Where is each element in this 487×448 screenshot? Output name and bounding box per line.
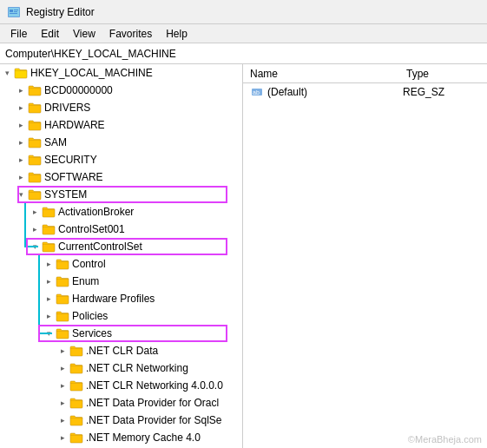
tree-item-netclrdata[interactable]: .NET CLR Data — [0, 342, 242, 359]
folder-icon — [28, 135, 42, 149]
tree-item-drivers[interactable]: DRIVERS — [0, 99, 242, 116]
tree-item-label: SAM — [44, 136, 67, 148]
tree-item-controlset001[interactable]: ControlSet001 — [0, 221, 242, 238]
expand-btn[interactable] — [14, 101, 28, 115]
tree-item-label: Enum — [72, 275, 99, 287]
registry-value-icon: ab — [250, 85, 264, 99]
folder-icon — [42, 222, 56, 236]
svg-text:ab: ab — [253, 89, 260, 96]
tree-item-label: HARDWARE — [44, 119, 105, 131]
expand-btn[interactable] — [14, 170, 28, 184]
folder-icon — [42, 240, 56, 254]
main-content: HKEY_LOCAL_MACHINE BCD00000000 DRIVERS H… — [0, 64, 487, 448]
expand-btn[interactable] — [56, 379, 69, 392]
expand-btn[interactable] — [56, 344, 69, 358]
tree-item-currentcontrolset[interactable]: CurrentControlSet — [0, 238, 242, 255]
expand-btn[interactable] — [56, 396, 69, 410]
tree-item-label: Control — [72, 258, 106, 270]
registry-row[interactable]: ab (Default) REG_SZ — [243, 83, 487, 101]
svg-rect-3 — [14, 10, 18, 10]
expand-btn[interactable] — [56, 413, 69, 427]
menu-item-edit[interactable]: Edit — [34, 26, 66, 42]
folder-icon — [42, 205, 56, 219]
folder-icon — [56, 274, 69, 288]
tree-item-label: .NET CLR Networking 4.0.0.0 — [86, 379, 223, 392]
folder-icon — [28, 118, 42, 132]
menu-item-favorites[interactable]: Favorites — [102, 26, 159, 42]
menu-item-file[interactable]: File — [3, 26, 34, 42]
tree-item-hardware[interactable]: HARDWARE — [0, 116, 242, 134]
expand-btn[interactable] — [0, 66, 14, 80]
tree-item-sam[interactable]: SAM — [0, 134, 242, 151]
folder-icon — [28, 101, 42, 115]
expand-btn[interactable] — [14, 135, 28, 149]
expand-btn[interactable] — [28, 240, 42, 254]
tree-item-activationbroker[interactable]: ActivationBroker — [0, 203, 242, 221]
expand-btn[interactable] — [42, 257, 56, 271]
svg-rect-5 — [10, 13, 17, 14]
window-title: Registry Editor — [26, 6, 95, 18]
svg-rect-4 — [14, 11, 17, 12]
expand-btn[interactable] — [28, 222, 42, 236]
expand-btn[interactable] — [56, 431, 69, 445]
menu-bar: FileEditViewFavoritesHelp — [0, 24, 487, 43]
folder-icon — [14, 66, 28, 80]
expand-btn[interactable] — [28, 205, 42, 219]
menu-item-help[interactable]: Help — [159, 26, 194, 42]
tree-item-netclrnetworking[interactable]: .NET CLR Networking — [0, 359, 242, 377]
tree-item-label: .NET CLR Networking — [86, 362, 188, 374]
tree-item-hklm[interactable]: HKEY_LOCAL_MACHINE — [0, 64, 242, 82]
tree-item-label: ActivationBroker — [58, 206, 134, 218]
expand-btn[interactable] — [42, 309, 56, 323]
tree-item-system[interactable]: SYSTEM — [0, 186, 242, 203]
expand-btn[interactable] — [42, 326, 56, 340]
right-panel-header: Name Type — [243, 64, 487, 83]
folder-icon — [28, 83, 42, 97]
address-bar: Computer\HKEY_LOCAL_MACHINE — [0, 43, 487, 64]
tree-item-label: SECURITY — [44, 154, 97, 166]
expand-btn[interactable] — [14, 188, 28, 201]
tree-item-policies[interactable]: Policies — [0, 307, 242, 325]
folder-icon — [56, 326, 69, 340]
expand-btn[interactable] — [14, 83, 28, 97]
expand-btn[interactable] — [14, 153, 28, 167]
tree-item-label: .NET Memory Cache 4.0 — [86, 432, 201, 444]
expand-btn[interactable] — [42, 274, 56, 288]
tree-item-label: SYSTEM — [44, 188, 87, 201]
tree-item-label: SOFTWARE — [44, 171, 103, 183]
folder-icon — [69, 361, 83, 375]
tree-item-bcd[interactable]: BCD00000000 — [0, 82, 242, 99]
svg-rect-2 — [10, 10, 13, 12]
registry-name-cell: ab (Default) — [247, 85, 399, 99]
tree-item-security[interactable]: SECURITY — [0, 151, 242, 168]
tree-item-label: .NET Data Provider for SqlSe — [86, 414, 222, 426]
tree-item-label: CurrentControlSet — [58, 240, 142, 253]
tree-item-netclrnetworking4[interactable]: .NET CLR Networking 4.0.0.0 — [0, 377, 242, 394]
tree-item-netdatasqlse[interactable]: .NET Data Provider for SqlSe — [0, 412, 242, 429]
tree-item-control[interactable]: Control — [0, 255, 242, 273]
folder-icon — [28, 170, 42, 184]
tree-item-label: .NET CLR Data — [86, 345, 158, 357]
tree-item-label: BCD00000000 — [44, 84, 113, 96]
tree-item-enum[interactable]: Enum — [0, 273, 242, 290]
tree-item-software[interactable]: SOFTWARE — [0, 168, 242, 186]
expand-btn[interactable] — [14, 118, 28, 132]
tree-item-netmemorycache4[interactable]: .NET Memory Cache 4.0 — [0, 429, 242, 446]
title-bar: Registry Editor — [0, 0, 487, 24]
app-window: Registry Editor FileEditViewFavoritesHel… — [0, 0, 487, 448]
tree-item-services[interactable]: Services — [0, 325, 242, 342]
registry-name: (Default) — [267, 86, 307, 98]
tree-panel[interactable]: HKEY_LOCAL_MACHINE BCD00000000 DRIVERS H… — [0, 64, 243, 448]
tree-item-hardwareprofiles[interactable]: Hardware Profiles — [0, 290, 242, 307]
expand-btn[interactable] — [56, 361, 69, 375]
tree-item-netdataoracle[interactable]: .NET Data Provider for Oracl — [0, 394, 242, 412]
tree-item-label: ControlSet001 — [58, 223, 125, 235]
tree-item-label: HKEY_LOCAL_MACHINE — [30, 67, 153, 79]
folder-icon — [69, 413, 83, 427]
folder-icon — [56, 309, 69, 323]
menu-item-view[interactable]: View — [66, 26, 102, 42]
expand-btn[interactable] — [42, 292, 56, 306]
folder-icon — [56, 292, 69, 306]
tree-item-label: Policies — [72, 310, 108, 322]
folder-icon — [28, 188, 42, 201]
